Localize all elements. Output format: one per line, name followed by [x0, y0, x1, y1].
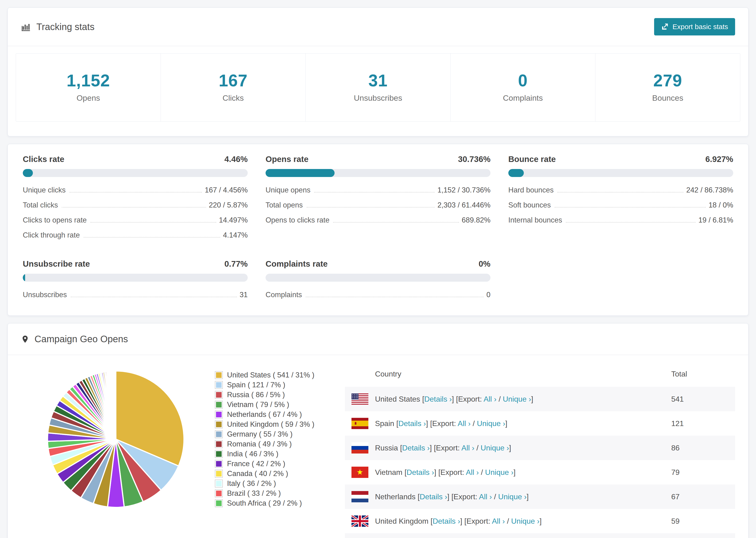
total-cell: 86: [665, 436, 735, 460]
country-cell-text: United States [Details ›] [Export: All ›…: [375, 395, 533, 404]
rate-block-complaints-rate: Complaints rate 0% Complaints 0: [266, 259, 490, 302]
total-cell: 67: [665, 484, 735, 509]
stat-value: 167: [163, 71, 303, 90]
stat-value: 0: [453, 71, 593, 90]
column-header-total: Total: [665, 361, 735, 387]
export-unique-link[interactable]: Unique ›: [485, 468, 513, 476]
legend-label: Italy ( 36 / 2% ): [227, 479, 276, 488]
legend-label: South Africa ( 29 / 2% ): [227, 498, 302, 508]
rate-rows: Unique opens 1,152 / 30.736% Total opens…: [266, 183, 490, 228]
rate-value: 4.46%: [225, 154, 248, 164]
rate-row-label: Unique clicks: [23, 186, 66, 194]
legend-item-united-kingdom: United Kingdom ( 59 / 3% ): [215, 419, 314, 429]
rate-value: 6.927%: [705, 154, 733, 164]
export-unique-link[interactable]: Unique ›: [503, 395, 531, 403]
stat-label: Clicks: [163, 93, 303, 103]
tracking-stats-header: Tracking stats Export basic stats: [8, 8, 748, 46]
geo-pie-chart: [43, 366, 189, 512]
export-unique-link[interactable]: Unique ›: [511, 517, 540, 525]
geo-body: United States ( 541 / 31% ) Spain ( 121 …: [8, 355, 748, 538]
total-cell: 541: [665, 387, 735, 411]
rate-progress-track: [508, 169, 733, 177]
legend-swatch-icon: [215, 430, 223, 438]
rate-value: 30.736%: [458, 154, 490, 164]
table-row-united-states: United States [Details ›] [Export: All ›…: [345, 387, 735, 411]
export-all-link[interactable]: All ›: [458, 419, 470, 428]
rate-row-value: 0: [486, 291, 490, 299]
geo-table-header-row: Country Total: [345, 361, 735, 387]
rate-rows: Complaints 0: [266, 287, 490, 302]
legend-swatch-icon: [215, 440, 223, 448]
rate-row-value: 242 / 86.738%: [686, 186, 733, 194]
export-basic-stats-button[interactable]: Export basic stats: [654, 18, 735, 35]
legend-swatch-icon: [215, 371, 223, 379]
table-row-germany: Germany [Details ›] [Export: All › / Uni…: [345, 533, 735, 538]
dotted-leader: [306, 297, 484, 297]
details-link[interactable]: Details ›: [399, 419, 426, 428]
export-unique-link[interactable]: Unique ›: [481, 444, 509, 452]
bar-chart-icon: [21, 22, 31, 32]
details-link[interactable]: Details ›: [420, 493, 447, 501]
country-name: Netherlands: [375, 493, 415, 501]
stat-label: Bounces: [598, 93, 738, 103]
rate-progress-fill: [23, 169, 33, 177]
rate-row-label: Clicks to opens rate: [23, 216, 87, 224]
rate-progress-fill: [508, 169, 524, 177]
rate-row-label: Total opens: [266, 201, 303, 209]
details-link[interactable]: Details ›: [424, 395, 452, 403]
export-button-label: Export basic stats: [673, 23, 728, 31]
rate-row-clicks-to-opens-rate: Clicks to opens rate 14.497%: [23, 213, 248, 228]
legend-item-germany: Germany ( 55 / 3% ): [215, 429, 314, 439]
rate-row-value: 19 / 6.81%: [698, 216, 733, 224]
summary-stat-complaints: 0 Complaints: [450, 54, 595, 121]
rate-title: Unsubscribe rate: [23, 259, 90, 269]
dotted-leader: [71, 297, 237, 297]
legend-swatch-icon: [215, 391, 223, 399]
export-all-link[interactable]: All ›: [492, 517, 505, 525]
export-unique-link[interactable]: Unique ›: [498, 493, 527, 501]
country-cell-text: Russia [Details ›] [Export: All › / Uniq…: [375, 444, 511, 452]
rate-rows: Unsubscribes 31: [23, 287, 248, 302]
rate-title: Opens rate: [266, 154, 308, 164]
export-all-link[interactable]: All ›: [479, 493, 492, 501]
legend-label: Spain ( 121 / 7% ): [227, 380, 285, 390]
flag-vn-icon: [351, 467, 368, 478]
details-link[interactable]: Details ›: [402, 444, 430, 452]
geo-title-wrap: Campaign Geo Opens: [21, 334, 128, 344]
rate-title: Bounce rate: [508, 154, 556, 164]
export-all-link[interactable]: All ›: [466, 468, 479, 476]
details-link[interactable]: Details ›: [406, 468, 434, 476]
legend-label: France ( 42 / 2% ): [227, 459, 285, 469]
country-cell-text: Netherlands [Details ›] [Export: All › /…: [375, 493, 528, 501]
country-name: United States: [375, 395, 420, 403]
export-unique-link[interactable]: Unique ›: [477, 419, 505, 428]
tracking-stats-title: Tracking stats: [21, 22, 94, 32]
table-row-russia: Russia [Details ›] [Export: All › / Uniq…: [345, 436, 735, 460]
geo-opens-table: Country Total United States [Details ›] …: [345, 361, 735, 538]
rate-title: Clicks rate: [23, 154, 64, 164]
legend-label: United Kingdom ( 59 / 3% ): [227, 419, 314, 429]
export-all-link[interactable]: All ›: [484, 395, 497, 403]
stat-label: Complaints: [453, 93, 593, 103]
rate-progress-track: [266, 274, 490, 282]
pie-chart-svg[interactable]: [43, 366, 189, 512]
details-link[interactable]: Details ›: [433, 517, 460, 525]
legend-item-spain: Spain ( 121 / 7% ): [215, 380, 314, 390]
legend-item-italy: Italy ( 36 / 2% ): [215, 479, 314, 488]
legend-item-south-africa: South Africa ( 29 / 2% ): [215, 498, 314, 508]
rate-row-label: Complaints: [266, 291, 302, 299]
stat-label: Unsubscribes: [308, 93, 448, 103]
rate-row-total-clicks: Total clicks 220 / 5.87%: [23, 198, 248, 213]
rate-row-click-through-rate: Click through rate 4.147%: [23, 228, 248, 243]
rate-head: Bounce rate 6.927%: [508, 154, 733, 164]
map-pin-icon: [21, 334, 29, 344]
legend-label: Netherlands ( 67 / 4% ): [227, 409, 302, 419]
export-all-link[interactable]: All ›: [461, 444, 474, 452]
table-row-vietnam: Vietnam [Details ›] [Export: All › / Uni…: [345, 460, 735, 484]
stat-value: 279: [598, 71, 738, 90]
summary-stat-bounces: 279 Bounces: [595, 54, 740, 121]
stat-label: Opens: [18, 93, 158, 103]
flag-us-icon: [351, 394, 368, 405]
dotted-leader: [566, 222, 696, 223]
dotted-leader: [83, 237, 220, 238]
